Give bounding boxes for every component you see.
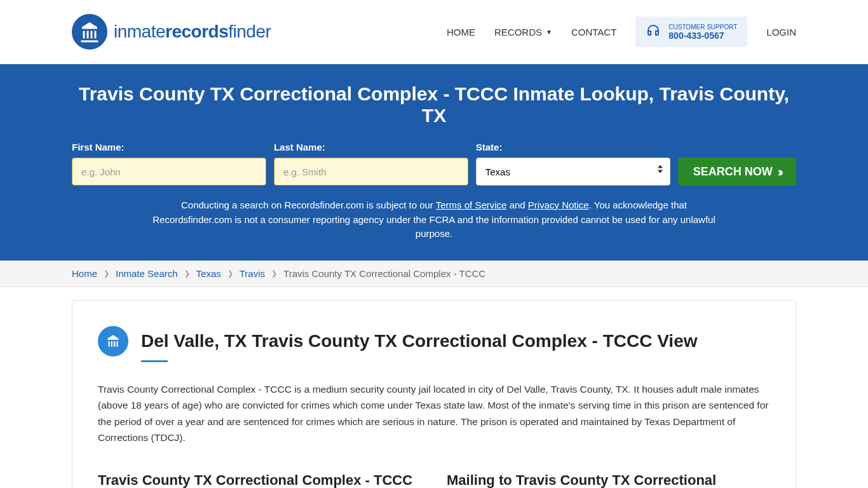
privacy-link[interactable]: Privacy Notice <box>528 200 589 210</box>
nav-home[interactable]: HOME <box>447 27 475 37</box>
support-box[interactable]: CUSTOMER SUPPORT 800-433-0567 <box>635 17 747 47</box>
contact-heading: Travis County TX Correctional Complex - … <box>98 471 421 488</box>
chevron-down-icon: ▼ <box>546 29 552 36</box>
breadcrumb-texas[interactable]: Texas <box>196 268 221 279</box>
breadcrumb-home[interactable]: Home <box>72 268 97 279</box>
chevron-right-icon: ❯ <box>184 269 190 278</box>
contact-column: Travis County TX Correctional Complex - … <box>98 471 421 488</box>
chevron-right-icon: ❯ <box>227 269 233 278</box>
last-name-label: Last Name: <box>274 142 468 152</box>
state-label: State: <box>476 142 670 152</box>
headset-icon <box>646 23 661 41</box>
chevron-right-icon: ❯ <box>271 269 277 278</box>
building-icon <box>98 326 128 356</box>
panel-title: Del Valle, TX Travis County TX Correctio… <box>141 331 697 351</box>
tos-link[interactable]: Terms of Service <box>436 200 507 210</box>
search-form: First Name: Last Name: State: Texas SEAR… <box>72 142 796 186</box>
state-select[interactable]: Texas <box>476 158 670 186</box>
breadcrumb-current: Travis County TX Correctional Complex - … <box>283 268 485 279</box>
nav-login[interactable]: LOGIN <box>766 27 796 37</box>
breadcrumb-travis[interactable]: Travis <box>240 268 265 279</box>
breadcrumb-inmate-search[interactable]: Inmate Search <box>116 268 178 279</box>
disclaimer-text: Conducting a search on Recordsfinder.com… <box>148 198 720 241</box>
support-text: CUSTOMER SUPPORT 800-433-0567 <box>668 24 737 41</box>
first-name-label: First Name: <box>72 142 266 152</box>
mailing-column: Mailing to Travis County TX Correctional… <box>447 471 770 488</box>
mailing-heading: Mailing to Travis County TX Correctional… <box>447 471 770 488</box>
double-arrow-icon: ›› <box>778 165 781 179</box>
search-button[interactable]: SEARCH NOW ›› <box>678 158 796 186</box>
facility-description: Travis County Correctional Complex - TCC… <box>98 381 770 446</box>
hero-section: Travis County TX Correctional Complex - … <box>0 64 868 261</box>
logo-link[interactable]: inmaterecordsfinder <box>72 14 271 50</box>
page-title: Travis County TX Correctional Complex - … <box>72 83 796 126</box>
breadcrumb: Home ❯ Inmate Search ❯ Texas ❯ Travis ❯ … <box>0 261 868 287</box>
first-name-input[interactable] <box>72 158 266 186</box>
capitol-icon <box>72 14 107 50</box>
logo-text: inmaterecordsfinder <box>114 22 271 42</box>
site-header: inmaterecordsfinder HOME RECORDS ▼ CONTA… <box>0 0 868 64</box>
title-underline <box>141 360 168 362</box>
main-content: Del Valle, TX Travis County TX Correctio… <box>62 300 806 489</box>
facility-panel: Del Valle, TX Travis County TX Correctio… <box>72 300 796 489</box>
last-name-input[interactable] <box>274 158 468 186</box>
nav-contact[interactable]: CONTACT <box>571 27 616 37</box>
nav-records[interactable]: RECORDS ▼ <box>494 27 552 37</box>
chevron-right-icon: ❯ <box>104 269 109 278</box>
main-nav: HOME RECORDS ▼ CONTACT CUSTOMER SUPPORT … <box>447 17 796 47</box>
